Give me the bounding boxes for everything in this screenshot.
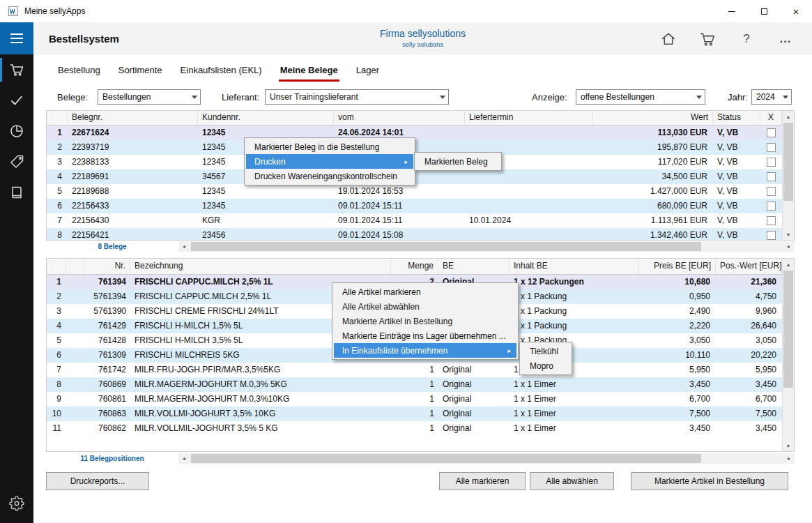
position-cell-menge: 1 bbox=[391, 363, 438, 377]
column-header-x[interactable]: X bbox=[760, 111, 782, 125]
hamburger-icon bbox=[10, 33, 23, 43]
row-checkbox[interactable] bbox=[767, 187, 776, 196]
tab-bestellung[interactable]: Bestellung bbox=[56, 60, 102, 82]
positionen-horizontal-scrollbar[interactable]: ◂ ▸ bbox=[178, 453, 795, 464]
belege-row[interactable]: 722156430KGR09.01.2024 15:1110.01.20241.… bbox=[47, 213, 782, 228]
context-menu-item[interactable]: Tielkühl bbox=[521, 344, 570, 358]
context-menu-item[interactable]: Drucken▸ bbox=[246, 154, 413, 169]
position-cell-bez: MILR.VOLLMIL-JOGHURT 3,5% 5 KG bbox=[130, 421, 391, 436]
jahr-select[interactable]: 2024 bbox=[751, 89, 792, 105]
belege-context-menu: Markierter Beleg in die BestellungDrucke… bbox=[244, 137, 415, 185]
scroll-up-icon[interactable]: ▲ bbox=[783, 259, 794, 270]
belege-vertical-scrollbar[interactable]: ▲ ▼ bbox=[782, 111, 794, 240]
tab-lager[interactable]: Lager bbox=[355, 60, 381, 82]
belege-row[interactable]: 5221896881234519.01.2024 16:531.427,000 … bbox=[47, 184, 782, 199]
tab-sortimente[interactable]: Sortimente bbox=[117, 60, 164, 82]
column-header-nr[interactable]: Nr. bbox=[84, 259, 130, 274]
belege-cell-status: V, VB bbox=[713, 199, 760, 213]
context-menu-item[interactable]: Markierte Einträge ins Lager übernehmen … bbox=[334, 328, 516, 343]
maximize-button[interactable] bbox=[748, 0, 780, 22]
alle-abwaehlen-button[interactable]: Alle abwählen bbox=[530, 472, 614, 490]
belege-row[interactable]: 6221564331234509.01.2024 15:11680,090 EU… bbox=[47, 199, 782, 213]
context-menu-item[interactable]: Drucken Wareneingangskontrollschein bbox=[246, 169, 413, 183]
sidebar-item-catalog[interactable] bbox=[0, 177, 33, 208]
help-button[interactable]: ? bbox=[727, 25, 766, 53]
scroll-down-icon[interactable]: ▼ bbox=[783, 440, 794, 451]
cart-icon bbox=[699, 31, 716, 47]
belege-select[interactable]: Bestellungen bbox=[98, 89, 201, 105]
scrollbar-track[interactable] bbox=[190, 241, 783, 252]
scrollbar-thumb[interactable] bbox=[783, 271, 793, 388]
row-checkbox[interactable] bbox=[767, 143, 776, 152]
scroll-right-icon[interactable]: ▸ bbox=[783, 455, 795, 462]
belege-cell-belegnr: 22156433 bbox=[68, 199, 198, 213]
column-header-wert[interactable]: Wert bbox=[593, 111, 713, 125]
position-row[interactable]: 7761742MILR.FRU-JOGH.PFIR/MAR.3,5%5KG1Or… bbox=[47, 363, 782, 377]
row-checkbox[interactable] bbox=[767, 216, 776, 225]
scroll-left-icon[interactable]: ◂ bbox=[178, 243, 190, 250]
belege-cell-belegnr: 22393719 bbox=[68, 140, 198, 155]
position-cell-be: Original bbox=[438, 363, 510, 377]
position-cell-num: 9 bbox=[47, 392, 66, 407]
belege-horizontal-scrollbar[interactable]: ◂ ▸ bbox=[178, 241, 795, 252]
scroll-up-icon[interactable]: ▲ bbox=[783, 111, 794, 122]
column-header-kundennr[interactable]: Kundennr. bbox=[198, 111, 334, 125]
row-checkbox[interactable] bbox=[767, 202, 776, 211]
position-cell-nr: 761394 bbox=[84, 275, 130, 289]
minimize-button[interactable] bbox=[716, 0, 748, 22]
context-menu-item[interactable]: Markierter Beleg in die Bestellung bbox=[246, 139, 413, 154]
belege-cell-belegnr: 22156421 bbox=[68, 228, 198, 241]
row-checkbox[interactable] bbox=[767, 172, 776, 181]
anzeige-select[interactable]: offene Bestellungen bbox=[576, 89, 705, 105]
column-header-status[interactable]: Status bbox=[713, 111, 760, 125]
context-menu-item[interactable]: Alle Artikel abwählen bbox=[334, 299, 516, 314]
row-checkbox[interactable] bbox=[767, 158, 776, 167]
context-menu-item[interactable]: Markierten Beleg bbox=[416, 154, 500, 169]
menu-toggle-button[interactable] bbox=[0, 22, 33, 54]
lieferant-select[interactable]: Unser Trainingslieferant bbox=[265, 89, 449, 105]
scrollbar-thumb[interactable] bbox=[191, 242, 701, 251]
sidebar-item-tasks[interactable] bbox=[0, 85, 33, 116]
scrollbar-track[interactable] bbox=[190, 453, 783, 464]
column-header-be[interactable]: BE bbox=[438, 259, 510, 274]
scrollbar-thumb[interactable] bbox=[783, 123, 793, 201]
tab-meine-belege[interactable]: Meine Belege bbox=[279, 60, 339, 82]
row-checkbox[interactable] bbox=[767, 231, 776, 240]
row-checkbox[interactable] bbox=[767, 128, 776, 137]
position-row[interactable]: 10760863MILR.VOLLMI-JOGHURT 3,5% 10KG1Or… bbox=[47, 407, 782, 421]
close-button[interactable]: × bbox=[780, 0, 812, 22]
sidebar-item-bestellsystem[interactable] bbox=[0, 54, 33, 85]
context-menu-item[interactable]: Markierte Artikel in Bestellung bbox=[334, 314, 516, 328]
context-menu-item[interactable]: Mopro bbox=[521, 358, 570, 373]
position-row[interactable]: 9760861MILR.MAGERM-JOGHURT M.0,3%10KG1Or… bbox=[47, 392, 782, 407]
tab-einkaufslisten[interactable]: Einkaufslisten (EKL) bbox=[179, 60, 263, 82]
positionen-vertical-scrollbar[interactable]: ▲ ▼ bbox=[782, 259, 794, 451]
more-button[interactable]: ... bbox=[766, 25, 805, 53]
markierte-artikel-in-bestellung-button[interactable]: Markierte Artikel in Bestellung bbox=[631, 472, 788, 490]
position-cell-mark bbox=[66, 289, 84, 304]
column-header-vom[interactable]: vom bbox=[334, 111, 465, 125]
column-header-belegnr[interactable]: Belegnr. bbox=[68, 111, 198, 125]
scroll-right-icon[interactable]: ▸ bbox=[783, 243, 795, 250]
position-row[interactable]: 8760869MILR.MAGERM-JOGHURT M.0,3% 5KG1Or… bbox=[47, 377, 782, 392]
cart-button[interactable] bbox=[688, 25, 727, 53]
alle-markieren-button[interactable]: Alle markieren bbox=[439, 472, 526, 490]
column-header-inhalt-be[interactable]: Inhalt BE bbox=[510, 259, 639, 274]
column-header-preis-be[interactable]: Preis BE [EUR] bbox=[639, 259, 716, 274]
sidebar-item-pricing[interactable] bbox=[0, 146, 33, 177]
sidebar-item-statistics[interactable] bbox=[0, 116, 33, 146]
column-header-pos-wert[interactable]: Pos.-Wert [EUR] bbox=[716, 259, 782, 274]
column-header-liefertermin[interactable]: Liefertermin bbox=[465, 111, 593, 125]
position-row[interactable]: 11760862MILR.VOLLMIL-JOGHURT 3,5% 5 KG1O… bbox=[47, 421, 782, 436]
sidebar-item-settings[interactable] bbox=[0, 488, 33, 519]
column-header-menge[interactable]: Menge bbox=[391, 259, 438, 274]
scroll-left-icon[interactable]: ◂ bbox=[178, 455, 190, 462]
belege-row[interactable]: 8221564212345609.01.2024 15:081.342,460 … bbox=[47, 228, 782, 241]
column-header-bezeichnung[interactable]: Bezeichnung bbox=[130, 259, 391, 274]
context-menu-item[interactable]: In Einkaufsliste übernehmen▸ bbox=[334, 343, 516, 358]
druckreports-button[interactable]: Druckreports... bbox=[46, 472, 149, 490]
scroll-down-icon[interactable]: ▼ bbox=[783, 229, 794, 240]
home-button[interactable] bbox=[649, 25, 688, 53]
context-menu-item[interactable]: Alle Artikel markieren bbox=[334, 285, 516, 299]
scrollbar-thumb[interactable] bbox=[191, 454, 701, 463]
